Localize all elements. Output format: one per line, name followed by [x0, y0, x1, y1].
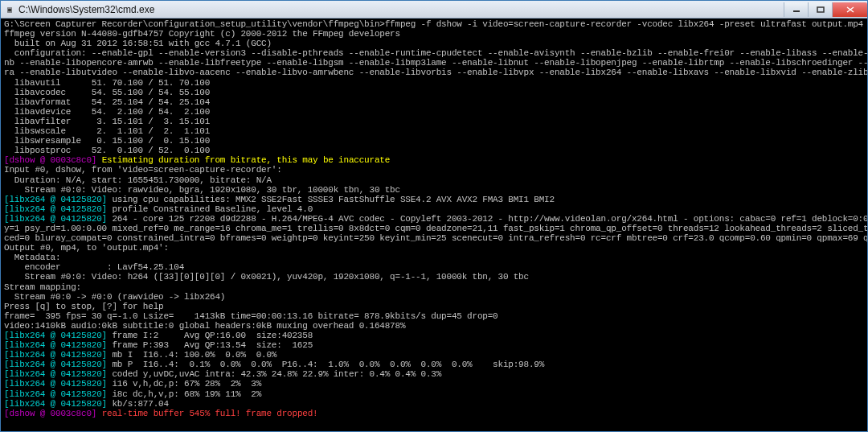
- console-line: libavformat 54. 25.104 / 54. 25.104: [4, 97, 864, 107]
- log-text: Estimating duration from bitrate, this m…: [96, 155, 390, 165]
- cmd-icon: ▣: [4, 4, 15, 15]
- log-text: frame P:393 Avg QP:13.54 size: 1625: [107, 340, 313, 350]
- log-text: profile Constrained Baseline, level 4.0: [107, 204, 313, 214]
- console-line: Output #0, mp4, to 'output.mp4':: [4, 243, 864, 253]
- svg-rect-0: [793, 10, 800, 12]
- console-line: [libx264 @ 04125820] i8c dc,h,v,p: 68% 1…: [4, 389, 864, 399]
- console-line: ffmpeg version N-44080-gdfb4757 Copyrigh…: [4, 29, 864, 39]
- console-line: [libx264 @ 04125820] mb I I16..4: 100.0%…: [4, 350, 864, 360]
- log-tag: [libx264 @ 04125820]: [4, 214, 107, 224]
- log-text: coded y,uvDC,uvAC intra: 42.3% 24.8% 22.…: [107, 369, 441, 379]
- console-line: y=1 psy_rd=1.00:0.00 mixed_ref=0 me_rang…: [4, 224, 864, 233]
- close-icon: [846, 6, 854, 13]
- console-line: [libx264 @ 04125820] profile Constrained…: [4, 204, 864, 214]
- console-line: [libx264 @ 04125820] i16 v,h,dc,p: 67% 2…: [4, 379, 864, 389]
- console-line: [libx264 @ 04125820] coded y,uvDC,uvAC i…: [4, 369, 864, 379]
- console-line: [libx264 @ 04125820] mb P I16..4: 0.1% 0…: [4, 360, 864, 369]
- console-line: frame= 395 fps= 30 q=-1.0 Lsize= 1413kB …: [4, 311, 864, 321]
- log-text: using cpu capabilities: MMX2 SSE2Fast SS…: [107, 195, 555, 204]
- titlebar-text: C:\Windows\System32\cmd.exe: [18, 4, 784, 15]
- minimize-icon: [792, 6, 800, 13]
- log-text: mb I I16..4: 100.0% 0.0% 0.0%: [107, 350, 276, 360]
- log-tag: [libx264 @ 04125820]: [4, 389, 107, 399]
- log-tag: [libx264 @ 04125820]: [4, 399, 107, 409]
- console-line: libpostproc 52. 0.100 / 52. 0.100: [4, 146, 864, 155]
- cmd-window: ▣ C:\Windows\System32\cmd.exe G:\Screen …: [0, 0, 868, 432]
- console-line: G:\Screen Capturer Recorder\configuratio…: [4, 19, 864, 29]
- window-controls: [784, 2, 867, 17]
- console-line: libavutil 51. 70.100 / 51. 70.100: [4, 78, 864, 88]
- log-text: real-time buffer 545% full! frame droppe…: [96, 409, 317, 418]
- console-line: ced=0 bluray_compat=0 constrained_intra=…: [4, 233, 864, 243]
- log-text: 264 - core 125 r2208 d9d2288 - H.264/MPE…: [107, 214, 867, 224]
- log-tag: [libx264 @ 04125820]: [4, 340, 107, 350]
- console-line: ra --enable-libutvideo --enable-libvo-aa…: [4, 68, 864, 77]
- console-line: [libx264 @ 04125820] frame I:2 Avg QP:16…: [4, 331, 864, 340]
- log-text: mb P I16..4: 0.1% 0.0% 0.0% P16..4: 1.0%…: [107, 360, 544, 369]
- console-line: Stream #0:0 -> #0:0 (rawvideo -> libx264…: [4, 292, 864, 302]
- log-tag: [libx264 @ 04125820]: [4, 379, 107, 389]
- log-tag: [libx264 @ 04125820]: [4, 369, 107, 379]
- console-line: Press [q] to stop, [?] for help: [4, 302, 864, 311]
- log-text: kb/s:877.04: [107, 399, 169, 409]
- console-line: libavfilter 3. 15.101 / 3. 15.101: [4, 117, 864, 126]
- log-tag: [libx264 @ 04125820]: [4, 331, 107, 340]
- console-line: Stream #0:0: Video: rawvideo, bgra, 1920…: [4, 185, 864, 195]
- console-line: [libx264 @ 04125820] 264 - core 125 r220…: [4, 214, 864, 224]
- log-text: i16 v,h,dc,p: 67% 28% 2% 3%: [107, 379, 261, 389]
- console-output[interactable]: G:\Screen Capturer Recorder\configuratio…: [1, 19, 867, 431]
- titlebar[interactable]: ▣ C:\Windows\System32\cmd.exe: [1, 1, 867, 19]
- console-line: encoder : Lavf54.25.104: [4, 262, 864, 272]
- console-line: libswresample 0. 15.100 / 0. 15.100: [4, 136, 864, 146]
- console-line: Metadata:: [4, 253, 864, 262]
- console-line: [libx264 @ 04125820] frame P:393 Avg QP:…: [4, 340, 864, 350]
- close-button[interactable]: [832, 2, 867, 17]
- log-tag: [libx264 @ 04125820]: [4, 195, 107, 204]
- console-line: Stream mapping:: [4, 282, 864, 292]
- console-line: [dshow @ 0003c8c0] Estimating duration f…: [4, 155, 864, 165]
- console-line: built on Aug 31 2012 16:58:51 with gcc 4…: [4, 39, 864, 48]
- maximize-icon: [817, 6, 825, 13]
- log-text: i8c dc,h,v,p: 68% 19% 11% 2%: [107, 389, 261, 399]
- log-tag: [libx264 @ 04125820]: [4, 204, 107, 214]
- console-line: [libx264 @ 04125820] kb/s:877.04: [4, 399, 864, 409]
- console-line: Input #0, dshow, from 'video=screen-capt…: [4, 165, 864, 175]
- log-tag: [libx264 @ 04125820]: [4, 350, 107, 360]
- minimize-button[interactable]: [784, 2, 808, 17]
- log-tag: [libx264 @ 04125820]: [4, 360, 107, 369]
- console-line: video:1410kB audio:0kB subtitle:0 global…: [4, 321, 864, 331]
- log-tag: [dshow @ 0003c8c0]: [4, 155, 96, 165]
- console-line: Stream #0:0: Video: h264 ([33][0][0][0] …: [4, 272, 864, 282]
- log-text: frame I:2 Avg QP:16.00 size:402358: [107, 331, 313, 340]
- log-tag: [dshow @ 0003c8c0]: [4, 409, 96, 418]
- svg-rect-1: [817, 7, 824, 12]
- console-line: nb --enable-libopencore-amrwb --enable-l…: [4, 58, 864, 68]
- console-line: configuration: --enable-gpl --enable-ver…: [4, 48, 864, 58]
- console-line: libavdevice 54. 2.100 / 54. 2.100: [4, 107, 864, 117]
- console-line: Duration: N/A, start: 1655451.730000, bi…: [4, 175, 864, 185]
- console-line: [dshow @ 0003c8c0] real-time buffer 545%…: [4, 409, 864, 418]
- console-line: [libx264 @ 04125820] using cpu capabilit…: [4, 195, 864, 204]
- console-line: libswscale 2. 1.101 / 2. 1.101: [4, 126, 864, 136]
- console-line: libavcodec 54. 55.100 / 54. 55.100: [4, 88, 864, 97]
- maximize-button[interactable]: [808, 2, 832, 17]
